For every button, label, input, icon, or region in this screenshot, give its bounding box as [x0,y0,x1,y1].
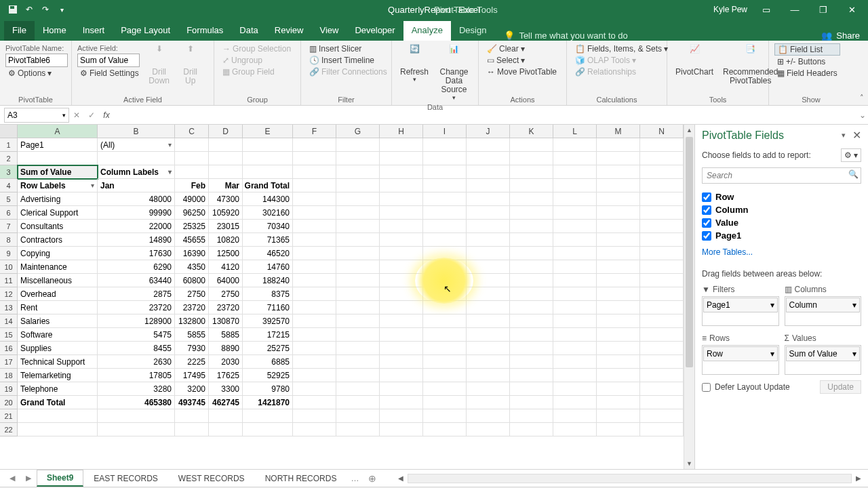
col-header[interactable]: B [98,125,175,138]
cell[interactable]: Contractors [18,233,98,247]
cell[interactable] [467,179,510,192]
cell[interactable] [423,179,467,192]
cell[interactable] [336,192,380,206]
cell[interactable]: 22000 [98,220,175,233]
row-header[interactable]: 8 [0,233,18,247]
row-header[interactable]: 1 [0,138,18,152]
cell[interactable] [510,179,553,192]
pt-name-input[interactable] [5,54,68,67]
cell[interactable]: Grand Total [243,179,293,192]
field-row[interactable]: Row [702,190,861,203]
cell[interactable] [510,165,553,179]
cell[interactable] [467,247,510,260]
search-icon[interactable]: 🔍 [848,169,859,179]
cell[interactable]: Advertising [18,192,98,206]
cell[interactable]: 17630 [98,247,175,260]
sheet-tab-active[interactable]: Sheet9 [37,470,83,487]
field-value[interactable]: Value [702,216,861,229]
cell[interactable]: Row Labels▾ [18,179,98,192]
cell[interactable] [423,409,467,423]
cell[interactable] [597,314,640,328]
cell[interactable]: 70340 [243,220,293,233]
cell[interactable]: Overhead [18,287,98,301]
cell[interactable] [293,206,336,220]
cell[interactable] [293,138,336,152]
tab-analyze[interactable]: Analyze [403,21,451,41]
tab-view[interactable]: View [311,21,347,41]
cell[interactable] [597,328,640,342]
cell[interactable] [423,138,467,152]
cell[interactable] [423,260,467,274]
col-header[interactable]: N [640,125,684,138]
cell[interactable] [243,409,293,423]
cell[interactable] [553,206,597,220]
cell[interactable] [243,423,293,436]
cell[interactable] [380,165,423,179]
cell[interactable] [467,409,510,423]
move-pivottable[interactable]: ↔ Move PivotTable [484,66,559,77]
cell[interactable] [293,247,336,260]
cell[interactable] [423,328,467,342]
cell[interactable] [293,355,336,369]
cell[interactable] [336,152,380,165]
cell[interactable]: Sum of Value [18,165,98,179]
cell[interactable]: 6290 [98,260,175,274]
cell[interactable] [336,138,380,152]
cell[interactable] [98,152,175,165]
undo-icon[interactable]: ↶ [23,3,35,16]
cell[interactable] [293,287,336,301]
cell[interactable] [336,206,380,220]
cell[interactable] [510,192,553,206]
pt-options[interactable]: ⚙ Options ▾ [5,68,68,79]
cell[interactable] [640,382,684,396]
cell[interactable] [553,396,597,409]
cell[interactable] [380,206,423,220]
cell[interactable] [380,138,423,152]
cell[interactable]: Software [18,328,98,342]
cell[interactable] [467,423,510,436]
cell[interactable]: 2030 [209,355,243,369]
cell[interactable] [243,152,293,165]
field-list-toggle[interactable]: 📋 Field List [774,43,840,56]
cell[interactable] [640,342,684,355]
cell[interactable] [597,396,640,409]
cell[interactable] [423,287,467,301]
row-header[interactable]: 13 [0,301,18,314]
cell[interactable] [467,138,510,152]
row-header[interactable]: 3 [0,165,18,179]
cell[interactable] [293,192,336,206]
col-header[interactable]: J [467,125,510,138]
cell[interactable] [597,247,640,260]
expand-formula-icon[interactable]: ⌄ [857,110,868,120]
cell[interactable] [553,314,597,328]
cell[interactable] [293,328,336,342]
collapse-ribbon-icon[interactable]: ˄ [860,94,864,102]
cell[interactable] [243,138,293,152]
cell[interactable] [553,260,597,274]
cell[interactable] [467,328,510,342]
cell[interactable]: 17625 [209,369,243,382]
cell[interactable] [380,192,423,206]
cell[interactable]: 8375 [243,287,293,301]
col-header[interactable]: D [209,125,243,138]
cell[interactable] [423,369,467,382]
row-header[interactable]: 2 [0,152,18,165]
cell[interactable] [467,206,510,220]
cell[interactable] [640,314,684,328]
tab-page-layout[interactable]: Page Layout [113,21,178,41]
cell[interactable] [510,369,553,382]
col-header[interactable]: K [510,125,553,138]
cell[interactable] [640,396,684,409]
tab-developer[interactable]: Developer [347,21,403,41]
defer-update-checkbox[interactable] [702,383,711,392]
cell[interactable]: 4120 [209,260,243,274]
cell[interactable]: 5885 [209,328,243,342]
tab-insert[interactable]: Insert [75,21,113,41]
insert-function-icon[interactable]: fx [99,110,114,120]
cell[interactable] [510,206,553,220]
cell[interactable]: Mar [209,179,243,192]
cell[interactable] [597,301,640,314]
cell[interactable] [336,423,380,436]
gear-icon[interactable]: ⚙ ▾ [841,148,861,162]
cell[interactable] [175,152,209,165]
